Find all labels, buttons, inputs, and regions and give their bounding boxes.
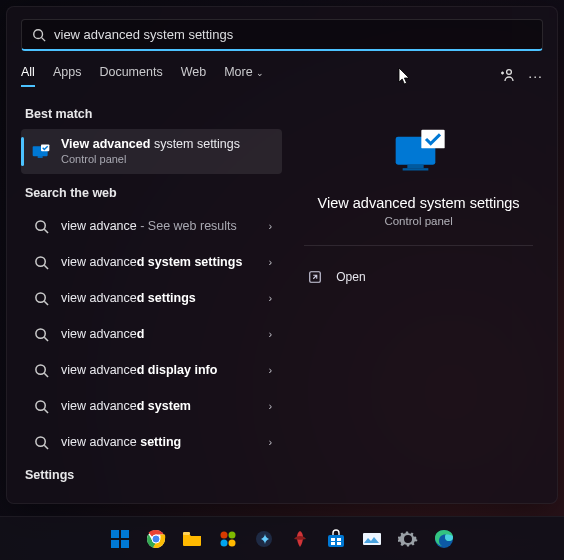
taskbar-explorer[interactable] [180,527,204,551]
search-icon [32,28,46,42]
filter-tabs: All Apps Documents Web More⌄ ··· [21,65,543,87]
section-best-match: Best match [25,107,282,121]
detail-icon [391,125,447,181]
svg-line-9 [44,265,48,269]
svg-point-37 [229,539,236,546]
start-button[interactable] [108,527,132,551]
tab-apps[interactable]: Apps [53,65,82,87]
open-action[interactable]: Open [294,264,543,290]
section-settings: Settings [25,468,282,482]
settings-result[interactable]: View advanced display info › [21,490,282,497]
search-icon [31,216,51,236]
svg-rect-26 [111,530,119,538]
control-panel-icon [31,142,51,162]
chevron-right-icon: › [269,328,273,340]
svg-point-35 [229,531,236,538]
section-search-web: Search the web [25,186,282,200]
svg-line-17 [44,409,48,413]
taskbar-app-4[interactable] [360,527,384,551]
divider [304,245,533,246]
chevron-right-icon: › [269,292,273,304]
results-list: Best match View advanced system settings… [21,101,282,497]
search-icon [31,252,51,272]
search-box[interactable] [21,19,543,51]
svg-rect-23 [402,168,428,170]
detail-title: View advanced system settings [294,195,543,211]
web-result[interactable]: view advance - See web results› [21,208,282,244]
detail-subtitle: Control panel [294,215,543,227]
svg-rect-29 [121,540,129,548]
svg-line-13 [44,337,48,341]
search-input[interactable] [54,27,532,42]
taskbar-app-2[interactable] [252,527,276,551]
svg-line-19 [44,445,48,449]
taskbar [0,516,564,560]
svg-rect-24 [421,130,444,149]
chevron-right-icon: › [269,364,273,376]
taskbar-chrome[interactable] [144,527,168,551]
search-icon [31,324,51,344]
web-result[interactable]: view advanced display info› [21,352,282,388]
svg-point-16 [35,401,44,410]
taskbar-app-3[interactable] [288,527,312,551]
svg-line-1 [42,37,46,41]
svg-rect-39 [328,535,344,547]
search-icon [31,432,51,452]
svg-point-18 [35,437,44,446]
svg-point-34 [221,531,228,538]
svg-rect-5 [38,156,43,158]
svg-point-10 [35,293,44,302]
svg-point-8 [35,257,44,266]
chevron-right-icon: › [269,400,273,412]
web-result[interactable]: view advanced system settings› [21,244,282,280]
tab-documents[interactable]: Documents [99,65,162,87]
svg-rect-33 [183,532,190,535]
tab-more[interactable]: More⌄ [224,65,263,87]
account-icon[interactable] [498,67,514,86]
svg-point-12 [35,329,44,338]
web-result[interactable]: view advanced system› [21,388,282,424]
search-icon [31,396,51,416]
svg-rect-41 [337,538,341,541]
svg-rect-22 [407,165,423,169]
svg-rect-28 [111,540,119,548]
svg-point-0 [34,29,43,38]
svg-rect-44 [363,533,381,545]
tab-all[interactable]: All [21,65,35,87]
svg-line-15 [44,373,48,377]
chevron-right-icon: › [269,256,273,268]
taskbar-store[interactable] [324,527,348,551]
taskbar-settings[interactable] [396,527,420,551]
svg-point-6 [35,221,44,230]
svg-rect-43 [337,542,341,545]
svg-rect-40 [331,538,335,541]
web-result[interactable]: view advanced› [21,316,282,352]
svg-point-14 [35,365,44,374]
taskbar-edge[interactable] [432,527,456,551]
svg-rect-42 [331,542,335,545]
best-match-result[interactable]: View advanced system settings Control pa… [21,129,282,174]
svg-line-7 [44,229,48,233]
chevron-right-icon: › [269,436,273,448]
svg-line-11 [44,301,48,305]
more-options-icon[interactable]: ··· [528,68,543,84]
search-icon [31,288,51,308]
open-icon [308,270,322,284]
start-search-panel: All Apps Documents Web More⌄ ··· Best ma… [6,6,558,504]
tab-web[interactable]: Web [181,65,206,87]
search-icon [31,360,51,380]
chevron-right-icon: › [269,220,273,232]
web-result[interactable]: view advance setting› [21,424,282,460]
web-result[interactable]: view advanced settings› [21,280,282,316]
taskbar-app-1[interactable] [216,527,240,551]
svg-rect-27 [121,530,129,538]
detail-pane: View advanced system settings Control pa… [290,101,543,497]
svg-point-2 [507,69,512,74]
svg-point-36 [221,539,228,546]
